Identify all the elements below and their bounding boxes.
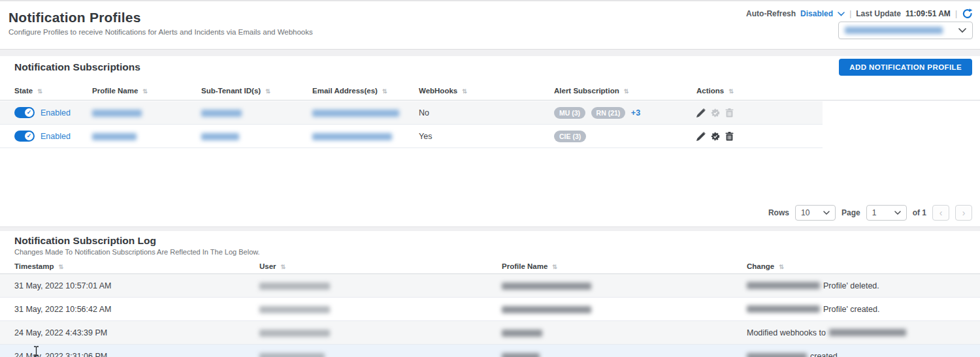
user-cell <box>259 328 502 337</box>
tenant-select[interactable] <box>838 22 973 39</box>
alert-subscription-cell: MU (3) RN (21) +3 <box>554 107 696 119</box>
webhooks-cell: No <box>419 108 554 117</box>
log-row: 31 May, 2022 10:57:01 AM Profile' delete… <box>0 274 980 298</box>
chevron-down-icon <box>958 28 966 33</box>
section-divider <box>0 226 980 231</box>
rows-per-page-value: 10 <box>801 208 809 217</box>
page-label: Page <box>841 208 860 217</box>
change-text: Profile' created. <box>823 305 879 314</box>
auto-refresh-value[interactable]: Disabled <box>800 9 833 18</box>
column-header-profile-name: Profile Name⇅ <box>502 262 747 270</box>
state-cell: ✓ Enabled <box>14 107 92 118</box>
delete-icon[interactable] <box>725 108 734 117</box>
subscription-badge: RN (21) <box>591 107 626 119</box>
sort-icon[interactable]: ⇅ <box>779 264 784 270</box>
change-cell: created. <box>747 352 980 357</box>
previous-page-button[interactable]: ‹ <box>932 205 949 221</box>
sub-tenant-cell <box>201 108 312 117</box>
column-header-email: Email Address(es)⇅ <box>312 87 419 95</box>
tenant-select-value-redacted <box>845 27 943 34</box>
sort-icon[interactable]: ⇅ <box>59 264 64 270</box>
page-header: Notification Profiles Configure Profiles… <box>0 1 980 49</box>
log-row: 24 May, 2022 4:43:39 PM Modified webhook… <box>0 321 980 345</box>
user-cell <box>259 305 502 314</box>
log-subtitle: Changes Made To Notification Subscriptio… <box>14 248 260 256</box>
check-icon: ✓ <box>25 108 33 117</box>
actions-cell <box>696 132 823 141</box>
subscription-badge: MU (3) <box>554 107 585 119</box>
subscriptions-table-body: ✓ Enabled No MU (3) RN (21) +3 <box>0 101 823 148</box>
refresh-controls: Auto-Refresh Disabled | Last Update 11:0… <box>746 8 973 20</box>
column-header-actions: Actions⇅ <box>696 87 823 95</box>
alert-subscription-cell: CIE (3) <box>554 131 696 142</box>
subscriptions-title: Notification Subscriptions <box>14 61 140 73</box>
of-label: of 1 <box>913 208 926 217</box>
log-table-header: Timestamp⇅ User⇅ Profile Name⇅ Change⇅ <box>0 258 980 274</box>
verified-badge-icon[interactable] <box>711 132 720 141</box>
next-page-button[interactable]: › <box>955 205 972 221</box>
log-title: Notification Subscription Log <box>14 235 156 247</box>
sort-icon[interactable]: ⇅ <box>462 88 467 95</box>
last-update-label: Last Update <box>856 9 901 18</box>
timestamp-cell: 24 May, 2022 3:31:06 PM <box>14 352 259 357</box>
webhooks-cell: Yes <box>419 132 554 141</box>
change-cell: Profile' created. <box>747 305 980 314</box>
separator: | <box>955 9 957 18</box>
enabled-toggle[interactable]: ✓ <box>14 131 35 142</box>
sort-icon[interactable]: ⇅ <box>265 88 270 95</box>
sort-icon[interactable]: ⇅ <box>382 88 387 95</box>
subscription-badge: CIE (3) <box>554 131 586 142</box>
notification-subscriptions-section: Notification Subscriptions ADD NOTIFICAT… <box>0 56 980 226</box>
profile-name-cell <box>502 352 747 357</box>
add-notification-profile-button[interactable]: ADD NOTIFICATION PROFILE <box>839 59 972 76</box>
verified-badge-icon[interactable] <box>711 108 720 117</box>
column-header-sub-tenant: Sub-Tenant ID(s)⇅ <box>201 87 312 95</box>
subscriptions-table-header: State⇅ Profile Name⇅ Sub-Tenant ID(s)⇅ E… <box>0 81 980 101</box>
column-header-user: User⇅ <box>259 262 502 270</box>
page-title: Notification Profiles <box>8 10 141 25</box>
sub-tenant-cell <box>201 132 312 141</box>
email-cell[interactable] <box>312 132 419 141</box>
last-update-time: 11:09:51 AM <box>906 9 951 18</box>
chevron-down-icon[interactable] <box>838 12 845 16</box>
column-header-timestamp: Timestamp⇅ <box>14 262 259 270</box>
page-subtitle: Configure Profiles to receive Notificati… <box>8 28 313 36</box>
delete-icon[interactable] <box>725 132 734 141</box>
profile-name-cell <box>502 328 747 337</box>
check-icon: ✓ <box>25 132 33 140</box>
table-row: ✓ Enabled No MU (3) RN (21) +3 <box>0 101 823 125</box>
timestamp-cell: 31 May, 2022 10:56:42 AM <box>14 305 259 314</box>
more-badges-link[interactable]: +3 <box>631 108 640 117</box>
profile-name-cell[interactable] <box>92 132 201 141</box>
page-select[interactable]: 1 <box>866 205 907 221</box>
change-cell: Profile' deleted. <box>747 281 980 290</box>
change-cell: Modified webhooks to <box>747 328 980 337</box>
email-cell[interactable] <box>312 108 419 117</box>
chevron-down-icon <box>894 211 901 215</box>
notification-profiles-page: Notification Profiles Configure Profiles… <box>0 0 980 357</box>
state-label: Enabled <box>41 108 71 117</box>
sort-icon[interactable]: ⇅ <box>624 88 629 95</box>
profile-name-cell <box>502 305 747 314</box>
sort-icon[interactable]: ⇅ <box>142 88 148 95</box>
enabled-toggle[interactable]: ✓ <box>14 107 35 118</box>
sort-icon[interactable]: ⇅ <box>37 88 42 95</box>
log-row: 24 May, 2022 3:31:06 PM created. <box>0 345 980 357</box>
edit-icon[interactable] <box>696 132 706 141</box>
state-label: Enabled <box>41 132 71 141</box>
rows-label: Rows <box>768 208 789 217</box>
sort-icon[interactable]: ⇅ <box>552 264 557 270</box>
column-header-state: State⇅ <box>14 87 92 95</box>
log-table-body: 31 May, 2022 10:57:01 AM Profile' delete… <box>0 274 980 357</box>
change-text: Modified webhooks to <box>747 328 826 337</box>
sort-icon[interactable]: ⇅ <box>728 88 734 95</box>
actions-cell <box>696 108 823 117</box>
column-header-change: Change⇅ <box>747 262 980 270</box>
edit-icon[interactable] <box>696 108 706 117</box>
sort-icon[interactable]: ⇅ <box>281 264 286 270</box>
profile-name-cell[interactable] <box>92 108 201 117</box>
column-header-alert-subscription: Alert Subscription⇅ <box>554 87 696 95</box>
rows-per-page-select[interactable]: 10 <box>795 205 836 221</box>
notification-subscription-log-section: Notification Subscription Log Changes Ma… <box>0 231 980 357</box>
refresh-icon[interactable] <box>962 8 973 20</box>
